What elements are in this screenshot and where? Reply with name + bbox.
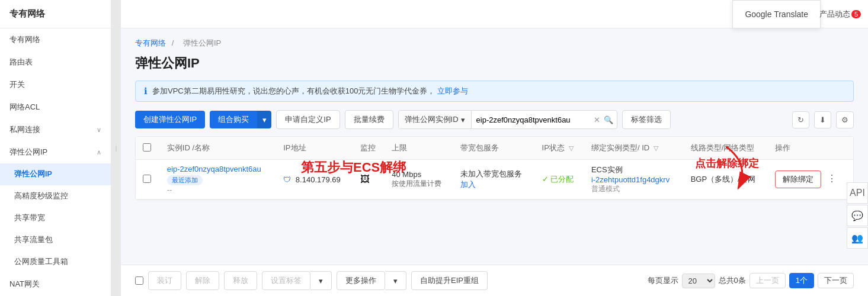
right-float-panel: API 💬 👥 [847, 182, 868, 249]
more-ops-btn[interactable]: 更多操作 [337, 271, 385, 290]
search-type-label: 弹性公网实例ID [405, 114, 459, 125]
combo-purchase-button[interactable]: 组合购买 [210, 111, 257, 128]
custom-ip-button[interactable]: 申请自定义IP [276, 110, 339, 129]
total-label: 总共0条 [719, 275, 746, 286]
bandwidth-join-link[interactable]: 加入 [460, 180, 476, 189]
more-ops-button[interactable]: ⋮ [824, 172, 840, 185]
info-text: 参加VPC第二期易用性研究，说出您的心声，有机会收获100元无门生物学代金券， [152, 86, 435, 96]
sidebar-item-nat[interactable]: NAT网关 [0, 273, 111, 295]
search-icons: ✕ 🔍 [590, 115, 617, 124]
search-input[interactable] [472, 112, 590, 128]
breadcrumb: 专有网络 / 弹性公网IP [135, 38, 854, 49]
sidebar-item-vpc[interactable]: 专有网络 [0, 28, 111, 51]
topbar: Google Translate 产品动态 5 [121, 0, 868, 28]
group-button[interactable]: 👥 [847, 227, 868, 249]
sidebar-item-eip-group[interactable]: 弹性公网IP ∧ [0, 141, 111, 163]
mount-button[interactable]: 装订 [148, 271, 181, 290]
sidebar-title: 专有网络 [0, 0, 111, 28]
info-link[interactable]: 立即参与 [437, 86, 468, 96]
row-status: ✓ 已分配 [535, 160, 584, 200]
refresh-button[interactable]: ↻ [792, 111, 809, 128]
sidebar-item-shared-bw[interactable]: 共享带宽 [0, 207, 111, 229]
row-binding: ECS实例 i-2zehtpuottd1fg4dgkrv 普通模式 [584, 160, 684, 200]
product-dynamics[interactable]: 产品动态 5 [812, 0, 868, 28]
sidebar-item-nacl[interactable]: 网络ACL [0, 96, 111, 118]
row-extra: -- [167, 185, 172, 194]
more-ops-arrow[interactable]: ▾ [385, 271, 406, 290]
row-linetype: BGP（多线）/公网 [684, 160, 768, 200]
col-status: IP状态 ▽ [535, 137, 584, 160]
bottom-unbind-button[interactable]: 解除 [186, 271, 219, 290]
row-operation: 解除绑定 ⋮ [768, 160, 853, 200]
pagination: 每页显示 20 50 100 总共0条 上一页 1个 下一页 [648, 273, 854, 288]
clear-icon[interactable]: ✕ [594, 115, 600, 124]
api-button[interactable]: API [847, 182, 868, 204]
download-button[interactable]: ⬇ [814, 111, 831, 128]
settings-button[interactable]: ⚙ [836, 111, 854, 128]
product-dynamics-badge: 5 [851, 10, 861, 18]
table-header-row: 实例ID /名称 IP地址 监控 上限 带宽包服务 IP状态 ▽ 绑定实例类型/… [136, 137, 853, 160]
create-eip-button[interactable]: 创建弹性公网IP [135, 111, 205, 128]
shield-icon: 🛡 [283, 175, 291, 184]
status-filter-icon[interactable]: ▽ [569, 144, 574, 152]
set-tag-button[interactable]: 设置标签 [262, 271, 310, 290]
prev-page-button[interactable]: 上一页 [750, 273, 786, 288]
eip-id-link[interactable]: eip-2zef0nzyqa8tpvenkt6au [167, 165, 261, 173]
col-limit: 上限 [385, 137, 453, 160]
tag-filter-button[interactable]: 标签筛选 [622, 110, 671, 129]
set-tag-group: 设置标签 ▾ [262, 271, 332, 290]
current-page-button[interactable]: 1个 [789, 273, 814, 288]
col-binding: 绑定实例类型/ ID ▽ [584, 137, 684, 160]
sidebar-item-privatelink[interactable]: 私网连接 ∨ [0, 118, 111, 141]
release-button[interactable]: 释放 [224, 271, 257, 290]
unbind-button[interactable]: 解除绑定 [775, 170, 821, 188]
content-area: 专有网络 / 弹性公网IP 弹性公网IP ℹ 参加VPC第二期易用性研究，说出您… [121, 28, 868, 265]
sidebar-item-eip[interactable]: 弹性公网IP [0, 163, 111, 185]
status-text: 已分配 [550, 175, 574, 184]
breadcrumb-parent[interactable]: 专有网络 [135, 38, 166, 47]
next-page-button[interactable]: 下一页 [818, 273, 854, 288]
info-icon: ℹ [144, 86, 148, 96]
select-all-checkbox[interactable] [143, 143, 151, 152]
chat-button[interactable]: 💬 [847, 205, 868, 226]
row-select-checkbox[interactable] [143, 175, 151, 183]
product-dynamics-label: 产品动态 [819, 9, 850, 20]
chevron-down-icon: ∨ [97, 126, 101, 134]
google-translate-label: Google Translate [745, 9, 808, 19]
combo-purchase-dropdown[interactable]: ▾ [257, 111, 271, 128]
combo-purchase-group: 组合购买 ▾ [210, 111, 271, 128]
sidebar-item-switch[interactable]: 开关 [0, 73, 111, 96]
batch-renew-button[interactable]: 批量续费 [345, 110, 393, 129]
chevron-up-icon: ∧ [97, 149, 101, 156]
per-page-select[interactable]: 20 50 100 [682, 274, 715, 288]
more-ops-group: 更多操作 ▾ [337, 271, 406, 290]
row-limit: 40 Mbps 按使用流量计费 [385, 160, 453, 200]
monitor-icon[interactable]: 🖼 [360, 174, 370, 184]
bottom-select-all[interactable] [135, 276, 143, 285]
row-bandwidth: 未加入带宽包服务 加入 [453, 160, 534, 200]
bottom-bar: 装订 解除 释放 设置标签 ▾ 更多操作 ▾ 自助提升EIP重组 每页显示 20… [121, 265, 868, 296]
eip-regroup-button[interactable]: 自助提升EIP重组 [411, 271, 488, 290]
google-translate-widget[interactable]: Google Translate [732, 0, 821, 28]
sidebar-item-route[interactable]: 路由表 [0, 51, 111, 73]
table-wrapper: 实例ID /名称 IP地址 监控 上限 带宽包服务 IP状态 ▽ 绑定实例类型/… [135, 136, 854, 200]
status-check-icon: ✓ [542, 175, 549, 184]
main-content: Google Translate 产品动态 5 专有网络 / 弹性公网IP 弹性… [121, 0, 868, 296]
chevron-down-icon: ▾ [461, 115, 465, 124]
info-banner: ℹ 参加VPC第二期易用性研究，说出您的心声，有机会收获100元无门生物学代金券… [135, 81, 854, 102]
col-bandwidth: 带宽包服务 [453, 137, 534, 160]
row-ip: 🛡 8.140.179.69 [276, 160, 353, 200]
page-title: 弹性公网IP [135, 54, 854, 72]
search-icon[interactable]: 🔍 [604, 115, 613, 124]
search-type-select[interactable]: 弹性公网实例ID ▾ [399, 111, 472, 128]
sidebar-item-shared-traffic[interactable]: 共享流量包 [0, 229, 111, 251]
set-tag-arrow[interactable]: ▾ [310, 271, 332, 290]
search-group: 弹性公网实例ID ▾ ✕ 🔍 [398, 110, 617, 129]
sidebar-item-quality-tool[interactable]: 公网质量工具箱 [0, 251, 111, 273]
binding-id-link[interactable]: i-2zehtpuottd1fg4dgkrv [591, 175, 670, 184]
binding-filter-icon[interactable]: ▽ [654, 144, 658, 152]
resize-handle[interactable]: | [111, 0, 121, 296]
breadcrumb-current: 弹性公网IP [183, 38, 221, 47]
col-op: 操作 [768, 137, 853, 160]
sidebar-item-monitor[interactable]: 高精度秒级监控 [0, 185, 111, 207]
